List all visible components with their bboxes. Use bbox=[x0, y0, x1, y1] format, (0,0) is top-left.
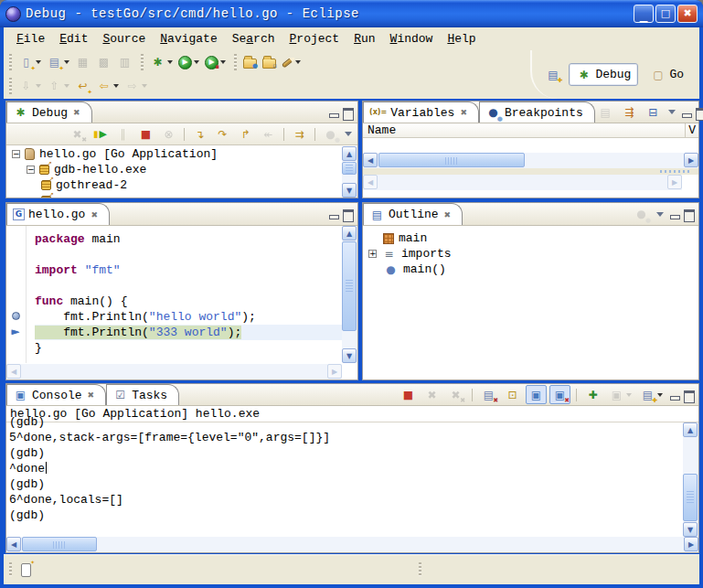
menu-item-source[interactable]: Source bbox=[95, 30, 153, 48]
menu-item-project[interactable]: Project bbox=[282, 30, 347, 48]
editor-code-area[interactable]: package mainimport "fmt"func main() { fm… bbox=[27, 226, 342, 363]
view-minimize-icon[interactable] bbox=[328, 108, 338, 117]
collapse-all-button[interactable]: ⊟ bbox=[643, 102, 664, 122]
value-column-header[interactable]: V bbox=[685, 123, 698, 137]
run-button[interactable] bbox=[176, 54, 202, 71]
code-line[interactable]: import "fmt" bbox=[35, 262, 342, 278]
variables-sash[interactable] bbox=[363, 168, 698, 175]
perspective-go-button[interactable]: ▢Go bbox=[644, 64, 690, 85]
show-logical-structure-button[interactable]: ⇶ bbox=[619, 102, 640, 122]
debug-bug-button[interactable]: ✱ bbox=[147, 53, 176, 72]
debug-vertical-scrollbar[interactable]: ▲ ▼ bbox=[342, 146, 357, 198]
debug-tree-item[interactable] bbox=[6, 193, 342, 198]
tab-close-icon[interactable]: ✖ bbox=[88, 390, 95, 400]
new-wizard-button[interactable]: ▯✦ bbox=[16, 53, 44, 72]
view-minimize-icon[interactable] bbox=[669, 390, 679, 400]
tab-debug[interactable]: ✱Debug✖ bbox=[6, 102, 92, 123]
outline-tree-item-main[interactable]: main bbox=[363, 230, 698, 246]
menu-item-help[interactable]: Help bbox=[440, 30, 483, 48]
view-minimize-icon[interactable] bbox=[328, 209, 338, 219]
pin-console-button[interactable]: ✚ bbox=[582, 385, 603, 404]
fast-view-icon[interactable] bbox=[21, 563, 31, 577]
view-maximize-icon[interactable] bbox=[684, 209, 694, 219]
code-line[interactable] bbox=[35, 247, 342, 262]
code-line[interactable]: func main() { bbox=[35, 294, 342, 309]
perspective-debug-button[interactable]: ✱Debug bbox=[569, 63, 638, 86]
view-menu-icon[interactable] bbox=[668, 110, 676, 114]
console-vertical-scrollbar[interactable]: ▲ ▼ bbox=[683, 422, 698, 537]
tree-expander-icon[interactable]: − bbox=[27, 166, 35, 174]
menu-item-window[interactable]: Window bbox=[383, 30, 441, 48]
tab-variables[interactable]: (x)=Variables✖ bbox=[363, 102, 479, 123]
view-menu-icon[interactable] bbox=[656, 212, 664, 217]
scroll-lock-button[interactable]: ⊡ bbox=[502, 385, 523, 404]
view-maximize-icon[interactable] bbox=[343, 209, 353, 219]
tab-console[interactable]: ▣Console✖ bbox=[6, 384, 106, 405]
tab-hello-go[interactable]: Ghello.go✖ bbox=[6, 203, 110, 225]
open-resource-button[interactable]: ▫ bbox=[260, 54, 279, 70]
tab-close-icon[interactable]: ✖ bbox=[91, 210, 98, 219]
breakpoint-marker[interactable] bbox=[9, 309, 22, 322]
toolbar-drag-handle[interactable] bbox=[9, 54, 12, 70]
menu-item-file[interactable]: File bbox=[9, 30, 52, 48]
clear-console-button[interactable]: ▤✖ bbox=[478, 385, 499, 404]
toolbar-drag-handle[interactable] bbox=[141, 54, 144, 70]
code-line[interactable]: fmt.Println("hello world"); bbox=[35, 309, 342, 325]
console-horizontal-scrollbar[interactable]: ◀ ▶ bbox=[6, 537, 698, 552]
view-minimize-icon[interactable] bbox=[669, 209, 679, 219]
name-column-header[interactable]: Name bbox=[363, 123, 396, 137]
editor-vertical-scrollbar[interactable]: ▲ ▼ bbox=[342, 226, 357, 363]
open-type-button[interactable]: ● bbox=[240, 54, 260, 70]
editor-gutter[interactable]: ► bbox=[6, 226, 27, 363]
tab-tasks[interactable]: ☑Tasks bbox=[106, 384, 179, 405]
terminate-button[interactable]: ■ bbox=[135, 124, 156, 144]
console-output[interactable]: (gdb)5^done,stack-args=[frame={level="0"… bbox=[9, 414, 683, 537]
menu-item-run[interactable]: Run bbox=[346, 30, 382, 48]
close-button[interactable]: ✖ bbox=[677, 5, 698, 23]
view-maximize-icon[interactable] bbox=[684, 390, 694, 400]
show-stderr-button[interactable]: ▣✖ bbox=[549, 385, 570, 404]
resume-button[interactable] bbox=[90, 124, 111, 144]
tree-expander-icon[interactable]: + bbox=[368, 250, 377, 258]
back-button[interactable]: ⇦ bbox=[93, 77, 122, 96]
maximize-button[interactable]: □ bbox=[655, 5, 676, 23]
variables-detail-scrollbar[interactable]: ◀ ▶ bbox=[363, 175, 682, 190]
show-stdout-button[interactable]: ▣ bbox=[526, 385, 547, 404]
code-line[interactable]: package main bbox=[35, 231, 342, 247]
menu-item-navigate[interactable]: Navigate bbox=[153, 30, 224, 48]
view-maximize-icon[interactable] bbox=[696, 108, 703, 117]
new-item-button[interactable]: ▤✦ bbox=[44, 53, 72, 72]
debug-tree-item-gdb-hello-exe[interactable]: −gdb-hello.exe bbox=[6, 162, 342, 177]
code-line[interactable]: } bbox=[35, 340, 342, 356]
tab-outline[interactable]: ▤Outline✖ bbox=[363, 203, 463, 225]
view-minimize-icon[interactable] bbox=[681, 108, 691, 117]
step-return-button[interactable]: ↱ bbox=[235, 124, 256, 144]
code-line[interactable] bbox=[35, 278, 342, 294]
step-into-button[interactable]: ↴ bbox=[189, 124, 210, 144]
titlebar[interactable]: Debug - testGo/src/cmd/hello.go - Eclips… bbox=[0, 0, 703, 27]
tab-close-icon[interactable]: ✖ bbox=[444, 210, 452, 219]
tab-close-icon[interactable]: ✖ bbox=[460, 108, 467, 117]
last-edit-button[interactable]: ↩✦ bbox=[72, 77, 93, 96]
view-maximize-icon[interactable] bbox=[343, 108, 353, 117]
open-perspective-button[interactable]: ▤✚ bbox=[542, 65, 563, 84]
outline-tree-item-main-[interactable]: ●main() bbox=[363, 262, 698, 277]
external-tools-button[interactable]: ▪ bbox=[202, 54, 229, 71]
terminate-button[interactable]: ■ bbox=[398, 385, 419, 404]
toolbar-drag-handle[interactable] bbox=[9, 78, 12, 94]
search-button[interactable] bbox=[279, 59, 304, 67]
open-console-button[interactable]: ▤✚ bbox=[637, 385, 666, 404]
minimize-button[interactable]: ▁ bbox=[634, 5, 654, 23]
tree-expander-icon[interactable]: − bbox=[12, 150, 20, 158]
outline-tree-item-imports[interactable]: +≡imports bbox=[363, 246, 698, 262]
step-filters-button[interactable]: ⇉ bbox=[289, 124, 310, 144]
menu-item-search[interactable]: Search bbox=[225, 30, 282, 48]
debug-view-menu-icon[interactable] bbox=[345, 132, 352, 136]
toolbar-drag-handle[interactable] bbox=[234, 54, 237, 70]
tab-breakpoints[interactable]: ●●Breakpoints bbox=[479, 102, 595, 123]
code-line[interactable]: fmt.Println("333 world"); bbox=[35, 325, 342, 340]
editor-horizontal-scrollbar[interactable]: ◀ ▶ bbox=[6, 364, 342, 380]
variables-horizontal-scrollbar[interactable]: ◀ ▶ bbox=[363, 153, 698, 168]
tab-close-icon[interactable]: ✖ bbox=[73, 108, 80, 117]
instruction-pointer-marker[interactable]: ► bbox=[9, 325, 22, 337]
